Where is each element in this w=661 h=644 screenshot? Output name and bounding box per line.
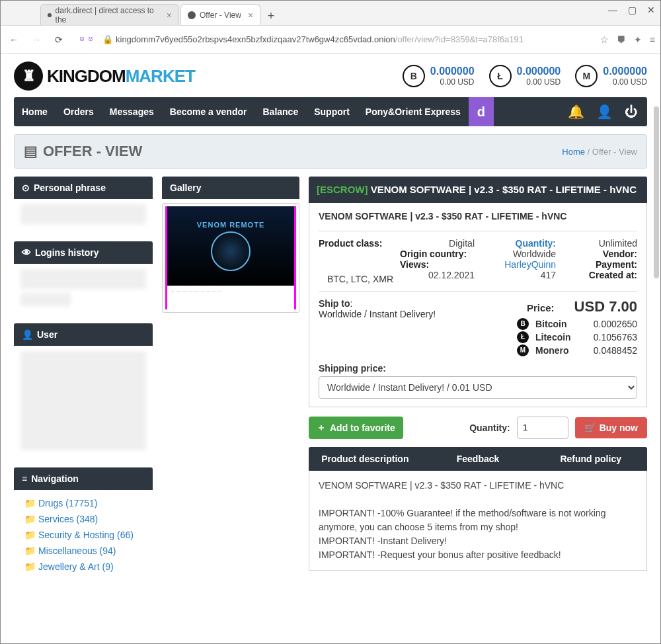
product-description: VENOM SOFTWARE | v2.3 - $350 RAT - LIFET… — [309, 471, 647, 571]
url-path: /offer/view?id=8359&t=a78f6a191 — [395, 34, 524, 44]
cart-icon: 🛒 — [584, 423, 596, 433]
shipping-price: Shipping price: Worldwide / Instant Deli… — [319, 363, 637, 399]
action-row: ＋Add to favorite Quantity: 🛒Buy now — [309, 417, 647, 439]
eye-icon: 👁 — [22, 247, 31, 258]
nav-support[interactable]: Support — [306, 106, 358, 117]
tab-refund[interactable]: Refund policy — [534, 447, 647, 471]
promo-icon[interactable]: d — [469, 97, 494, 126]
offer-subtitle: VENOM SOFTWARE | v2.3 - $350 RAT - LIFET… — [319, 211, 637, 221]
offer-column: [ESCROW] VENOM SOFTWARE | v2.3 - $350 RA… — [309, 177, 647, 588]
quantity-value: Unlimited — [563, 238, 637, 249]
monero-icon: M — [575, 65, 598, 87]
back-button[interactable]: ← — [6, 32, 22, 48]
browser-tab-1[interactable]: dark.direct | direct access to the × — [40, 4, 179, 25]
folder-icon: 📁 — [24, 561, 36, 572]
nav-orders[interactable]: Orders — [56, 106, 102, 117]
currencies: BTC, LTC, XMR — [319, 274, 393, 284]
bookmark-icon[interactable]: ☆ — [600, 34, 609, 45]
close-tab-icon[interactable]: × — [167, 10, 172, 20]
product-class-value: Digital — [400, 238, 475, 249]
power-icon[interactable]: ⏻ — [625, 104, 638, 120]
monero-icon: M — [517, 344, 529, 356]
quantity-label: Quantity — [516, 238, 556, 249]
tab-feedback[interactable]: Feedback — [422, 447, 535, 471]
logo-text-1: KINGDOM — [47, 66, 126, 87]
balance-amount: 0.000000 — [430, 65, 475, 77]
bell-icon[interactable]: 🔔 — [568, 104, 584, 120]
balance-ltc[interactable]: Ł 0.0000000.00 USD — [489, 65, 561, 87]
litecoin-icon: Ł — [517, 331, 529, 343]
site-header: ♜ KINGDOMMARKET B 0.0000000.00 USD Ł 0.0… — [14, 61, 647, 91]
offer-title: VENOM SOFTWARE | v2.3 - $350 RAT - LIFET… — [371, 184, 637, 195]
panel-user: 👤User — [14, 323, 153, 460]
nav-messages[interactable]: Messages — [102, 106, 162, 117]
nav-pony-express[interactable]: Pony&Orient Express — [358, 106, 469, 117]
tor-icon: ఠఠ — [79, 34, 96, 44]
ship-to-label: Ship to — [319, 298, 350, 309]
product-image: VENOM REMOTE — [165, 206, 296, 286]
tab-description[interactable]: Product description — [309, 447, 422, 471]
vendor-link[interactable]: HarleyQuinn — [481, 259, 556, 270]
lock-icon: 🔒 — [102, 34, 113, 44]
user-icon: 👤 — [22, 329, 33, 340]
gallery-thumbnail[interactable]: VENOM REMOTE ··· ··· ··· ··· ··· ··· ···… — [162, 203, 299, 313]
logo-text-2: MARKET — [126, 66, 195, 87]
coin-prices: BBitcoin0.0002650 ŁLitecoin0.1056763 MMo… — [517, 318, 637, 356]
nav-become-vendor[interactable]: Become a vendor — [162, 106, 255, 117]
quantity-label: Quantity: — [469, 423, 510, 433]
reload-button[interactable]: ⟳ — [51, 32, 67, 48]
buy-now-button[interactable]: 🛒Buy now — [575, 417, 647, 438]
quantity-input[interactable] — [517, 417, 568, 439]
nav-item-jewellery[interactable]: 📁Jewellery & Art (9) — [20, 559, 146, 575]
close-window-button[interactable]: ✕ — [647, 5, 655, 15]
balance-usd: 0.00 USD — [430, 77, 475, 87]
browser-toolbar: ← → ⟳ ఠఠ 🔒 kingdomm7v6yed55o2rbspvs4exn5… — [1, 26, 660, 54]
broom-icon[interactable]: ✦ — [634, 34, 642, 45]
panel-personal-phrase: ⊙Personal phrase — [14, 177, 153, 233]
close-tab-icon[interactable]: × — [248, 10, 253, 20]
shield-icon[interactable]: ⛊ — [617, 34, 626, 45]
balance-btc[interactable]: B 0.0000000.00 USD — [403, 65, 475, 87]
balance-xmr[interactable]: M 0.0000000.00 USD — [575, 65, 647, 87]
blurred-content — [20, 293, 71, 306]
panel-gallery: Gallery VENOM REMOTE ··· ··· ··· ··· ···… — [162, 177, 299, 313]
user-icon[interactable]: 👤 — [596, 104, 613, 120]
page-content: ♜ KINGDOMMARKET B 0.0000000.00 USD Ł 0.0… — [1, 54, 660, 643]
scrollbar[interactable] — [654, 106, 659, 278]
panel-logins-history: 👁Logins history — [14, 241, 153, 315]
window-controls: — ▢ ✕ — [608, 5, 655, 15]
nav-balance[interactable]: Balance — [254, 106, 306, 117]
nav-item-drugs[interactable]: 📁Drugs (17751) — [20, 495, 146, 511]
maximize-button[interactable]: ▢ — [628, 5, 637, 15]
balance-usd: 0.00 USD — [517, 77, 561, 87]
menu-icon[interactable]: ≡ — [650, 34, 655, 45]
balances: B 0.0000000.00 USD Ł 0.0000000.00 USD M … — [403, 65, 647, 87]
desc-line: IMPORTANT! -Request your bonus after pos… — [319, 548, 637, 562]
main-body: ⊙Personal phrase 👁Logins history 👤User ≡… — [14, 177, 647, 588]
breadcrumb-home[interactable]: Home — [562, 147, 585, 157]
price-label: Price: — [527, 302, 555, 313]
nav-item-misc[interactable]: 📁Miscellaneous (94) — [20, 543, 146, 559]
nav-home[interactable]: Home — [14, 106, 56, 117]
minimize-button[interactable]: — — [608, 5, 617, 15]
site-logo[interactable]: ♜ KINGDOMMARKET — [14, 61, 195, 91]
blurred-content — [20, 204, 146, 224]
browser-tab-2[interactable]: Offer - View × — [180, 4, 260, 25]
page-title: ▤OFFER - VIEW — [24, 143, 142, 160]
url-host: kingdomm7v6yed55o2rbspvs4exn5bzfxdizqaav… — [116, 34, 395, 44]
folder-icon: 📁 — [24, 545, 36, 556]
nav-item-services[interactable]: 📁Services (348) — [20, 511, 146, 527]
address-bar[interactable]: ఠఠ 🔒 kingdomm7v6yed55o2rbspvs4exn5bzfxdi… — [73, 30, 594, 50]
nav-item-security[interactable]: 📁Security & Hosting (66) — [20, 527, 146, 543]
vendor-label: Vendor — [603, 249, 637, 259]
list-icon: ▤ — [24, 143, 38, 160]
add-favorite-button[interactable]: ＋Add to favorite — [309, 417, 403, 439]
forward-button[interactable]: → — [28, 32, 44, 48]
blurred-content — [20, 351, 146, 450]
shipping-select[interactable]: Worldwide / Instant Delivery! / 0.01 USD — [319, 376, 637, 399]
folder-icon: 📁 — [24, 514, 36, 524]
escrow-badge: [ESCROW] — [317, 184, 368, 195]
views-value: 417 — [481, 270, 556, 280]
folder-icon: 📁 — [24, 530, 36, 540]
new-tab-button[interactable]: + — [262, 7, 280, 25]
